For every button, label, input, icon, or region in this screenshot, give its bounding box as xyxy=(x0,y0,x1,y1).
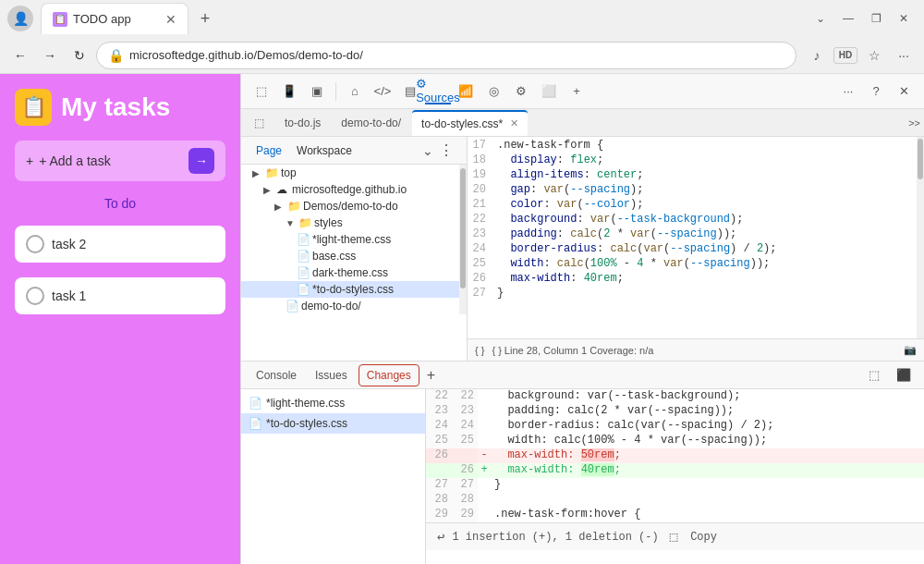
add-task-left: + + Add a task xyxy=(26,153,111,168)
read-aloud-icon[interactable]: ♪ xyxy=(804,43,830,68)
window-controls-right: ⌄ — ❐ ✕ xyxy=(808,6,917,31)
tree-item-label: top xyxy=(281,166,297,179)
tree-item-light[interactable]: 📄 *light-theme.css xyxy=(241,231,467,248)
address-bar: ← → ↻ 🔒 microsoftedge.github.io/Demos/de… xyxy=(0,37,924,74)
address-input[interactable]: 🔒 microsoftedge.github.io/Demos/demo-to-… xyxy=(96,42,796,69)
changes-body: 📄 *light-theme.css 📄 *to-do-styles.css 2… xyxy=(241,389,924,564)
bottom-tab-console[interactable]: Console xyxy=(249,365,304,386)
code-status-icons: { } xyxy=(475,345,484,356)
code-line: 19 align-items: center; xyxy=(468,168,924,183)
new-tab-button[interactable]: + xyxy=(192,6,218,31)
main-content: 📋 My tasks + + Add a task → To do task 2… xyxy=(0,74,924,564)
panel-icon[interactable]: ▣ xyxy=(304,79,330,104)
tree-item-demos[interactable]: ▶ 📁 Demos/demo-to-do xyxy=(241,198,467,215)
diff-line: 2525 width: calc(100% - 4 * var(--spacin… xyxy=(426,434,924,448)
sources-tab[interactable]: ⚙ Sources xyxy=(425,79,451,104)
diff-line: 2424 border-radius: calc(var(--spacing) … xyxy=(426,419,924,434)
file-tab-todo-js[interactable]: to-do.js xyxy=(275,110,330,136)
diff-footer: ↩ 1 insertion (+), 1 deletion (-) ⬚ Copy xyxy=(426,522,924,550)
file-tab-styles[interactable]: to-do-styles.css* ✕ xyxy=(412,110,528,136)
file-tab-close-icon[interactable]: ✕ xyxy=(510,117,518,129)
tree-more-icon[interactable]: ⌄ xyxy=(422,143,433,158)
settings-icon[interactable]: ⚙ xyxy=(508,79,534,104)
changes-sidebar: 📄 *light-theme.css 📄 *to-do-styles.css xyxy=(241,389,426,564)
plus-icon: + xyxy=(26,153,33,168)
performance-icon[interactable]: ◎ xyxy=(480,79,506,104)
diff-line-added: 26 + max-width: 40rem; xyxy=(426,463,924,478)
add-task-button[interactable]: + + Add a task → xyxy=(15,141,225,181)
device-icon[interactable]: 📱 xyxy=(276,79,302,104)
code-line: 22 background: var(--task-background); xyxy=(468,213,924,227)
more-icon[interactable]: ··· xyxy=(891,43,917,68)
bottom-tab-issues[interactable]: Issues xyxy=(308,365,355,386)
code-line: 17.new-task-form { xyxy=(468,139,924,153)
avatar[interactable]: 👤 xyxy=(7,6,33,31)
chevron-down-icon[interactable]: ⌄ xyxy=(808,6,833,31)
forward-button[interactable]: → xyxy=(37,43,63,68)
minimize-button[interactable]: — xyxy=(835,6,861,31)
task-item: task 2 xyxy=(15,226,225,263)
more-icon[interactable]: ··· xyxy=(835,79,861,104)
hd-icon[interactable]: HD xyxy=(833,47,857,64)
tree-item-msedge[interactable]: ▶ ☁ microsoftedge.github.io xyxy=(241,181,467,198)
more-tools-icon[interactable]: + xyxy=(564,79,590,104)
security-icon[interactable]: ⬜ xyxy=(536,79,562,104)
diff-line: 2323 padding: calc(2 * var(--spacing)); xyxy=(426,404,924,419)
file-icon: 📄 xyxy=(286,300,298,313)
tree-item-dark[interactable]: 📄 dark-theme.css xyxy=(241,264,467,281)
file-tab-label: to-do-styles.css* xyxy=(421,117,503,130)
code-area[interactable]: 17.new-task-form { 18 display: flex; 19 … xyxy=(468,137,924,338)
task-checkbox-2[interactable] xyxy=(26,287,44,305)
bottom-tab-changes[interactable]: Changes xyxy=(359,364,419,386)
tree-item-label: demo-to-do/ xyxy=(301,300,361,313)
tree-options-icon[interactable]: ⋮ xyxy=(433,138,459,164)
add-task-label: + Add a task xyxy=(39,153,110,168)
undock-icon[interactable]: ⬚ xyxy=(861,362,887,388)
tree-item-demo[interactable]: 📄 demo-to-do/ xyxy=(241,298,467,314)
folder-icon: 📁 xyxy=(265,166,278,179)
copy-button[interactable]: Copy xyxy=(685,529,723,546)
favorites-icon[interactable]: ☆ xyxy=(861,43,887,68)
devtools-body: Page Workspace ⌄ ⋮ ▶ 📁 top xyxy=(241,137,924,361)
tree-item-todo-styles[interactable]: 📄 *to-do-styles.css xyxy=(241,281,467,298)
move-panel-icon[interactable]: ⬛ xyxy=(891,362,917,388)
tree-item-styles[interactable]: ▼ 📁 styles xyxy=(241,215,467,231)
code-line: 18 display: flex; xyxy=(468,153,924,168)
changes-file-todo[interactable]: 📄 *to-do-styles.css xyxy=(241,413,425,434)
refresh-button[interactable]: ↻ xyxy=(67,43,92,68)
maximize-button[interactable]: ❐ xyxy=(863,6,889,31)
file-tab-demo[interactable]: demo-to-do/ xyxy=(332,110,410,136)
close-button[interactable]: ✕ xyxy=(891,6,917,31)
tree-tab-page[interactable]: Page xyxy=(249,141,289,161)
tab-close-button[interactable]: ✕ xyxy=(165,12,176,27)
file-tab-panel-toggle[interactable]: ⬚ xyxy=(245,110,274,136)
home-icon[interactable]: ⌂ xyxy=(342,79,368,104)
help-icon[interactable]: ? xyxy=(863,79,889,104)
tab-favicon: 📋 xyxy=(53,12,67,27)
code-line: 24 border-radius: calc(var(--spacing) / … xyxy=(468,242,924,257)
code-icon[interactable]: </> xyxy=(370,79,395,104)
add-panel-button[interactable]: + xyxy=(427,367,435,384)
address-icons: ♪ HD ☆ ··· xyxy=(804,43,917,68)
tree-item-top[interactable]: ▶ 📁 top xyxy=(241,165,467,181)
changes-diff: 2222 background: var(--task-background);… xyxy=(426,389,924,564)
close-devtools-icon[interactable]: ✕ xyxy=(891,79,917,104)
network-icon[interactable]: 📶 xyxy=(453,79,479,104)
bottom-panel: Console Issues Changes + ⬚ ⬛ 📄 *light-th… xyxy=(241,361,924,564)
tree-item-label: *to-do-styles.css xyxy=(312,283,394,296)
browser-chrome: 👤 📋 TODO app ✕ + ⌄ — ❐ ✕ ← → ↻ 🔒 microso… xyxy=(0,0,924,564)
code-line: 26 max-width: 40rem; xyxy=(468,272,924,287)
task-checkbox-1[interactable] xyxy=(26,235,44,253)
active-tab[interactable]: 📋 TODO app ✕ xyxy=(41,3,188,34)
back-button[interactable]: ← xyxy=(7,43,33,68)
tree-tab-workspace[interactable]: Workspace xyxy=(289,141,359,161)
tree-item-base[interactable]: 📄 base.css xyxy=(241,248,467,264)
code-status-bar: { } { } Line 28, Column 1 Coverage: n/a … xyxy=(468,338,924,361)
add-task-arrow-icon: → xyxy=(188,148,214,174)
changes-file-light[interactable]: 📄 *light-theme.css xyxy=(241,393,425,413)
tree-item-label: base.css xyxy=(312,250,356,263)
screenshot-icon[interactable]: 📷 xyxy=(904,344,917,356)
more-tabs-icon[interactable]: >> xyxy=(908,117,920,129)
css-file-icon: 📄 xyxy=(297,233,310,246)
inspect-icon[interactable]: ⬚ xyxy=(249,79,274,104)
